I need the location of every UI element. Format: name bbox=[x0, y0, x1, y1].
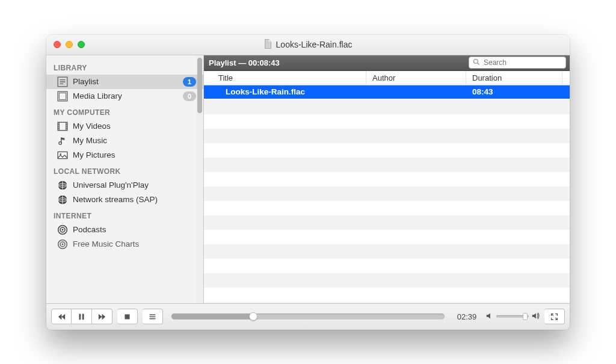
globe-icon bbox=[57, 180, 68, 190]
column-author[interactable]: Author bbox=[366, 71, 466, 85]
sidebar-item-label: Playlist bbox=[73, 77, 99, 86]
playback-buttons bbox=[51, 309, 112, 324]
player-bar: 02:39 bbox=[46, 303, 570, 330]
playlist-columns: Title Author Duration bbox=[204, 71, 570, 85]
elapsed-time: 02:39 bbox=[453, 312, 481, 321]
column-title[interactable]: Title bbox=[204, 71, 366, 85]
row-duration: 08:43 bbox=[466, 87, 570, 96]
sidebar-item-label: Universal Plug'n'Play bbox=[73, 180, 149, 190]
volume-slider[interactable] bbox=[496, 315, 529, 318]
search-input[interactable] bbox=[482, 58, 570, 67]
svg-point-16 bbox=[62, 243, 64, 245]
fullscreen-button[interactable] bbox=[544, 309, 565, 324]
volume-knob[interactable] bbox=[523, 313, 528, 320]
window-title: Looks-Like-Rain.flac bbox=[264, 39, 353, 51]
svg-rect-19 bbox=[82, 313, 84, 319]
minimize-window-button[interactable] bbox=[66, 41, 73, 48]
sidebar-section-local-network: LOCAL NETWORK bbox=[46, 162, 203, 178]
close-window-button[interactable] bbox=[54, 41, 61, 48]
playlist-toggle-button[interactable] bbox=[143, 309, 163, 324]
svg-point-17 bbox=[474, 59, 478, 63]
sidebar-section-internet: INTERNET bbox=[46, 207, 203, 223]
sidebar-item-label: My Music bbox=[73, 136, 107, 145]
svg-rect-2 bbox=[59, 93, 66, 99]
next-button[interactable] bbox=[92, 309, 112, 324]
volume-high-icon bbox=[531, 312, 540, 322]
music-note-icon bbox=[57, 136, 68, 146]
sidebar-item-my-pictures[interactable]: My Pictures bbox=[46, 148, 203, 162]
progress-slider[interactable] bbox=[171, 313, 445, 319]
zoom-window-button[interactable] bbox=[78, 41, 85, 48]
pause-button[interactable] bbox=[72, 309, 92, 324]
sidebar-item-free-music-charts[interactable]: Free Music Charts bbox=[46, 237, 203, 251]
progress-knob[interactable] bbox=[249, 312, 257, 321]
podcast-icon bbox=[57, 239, 68, 249]
sidebar-item-label: Network streams (SAP) bbox=[73, 195, 158, 204]
picture-icon bbox=[57, 150, 68, 160]
document-icon bbox=[264, 39, 273, 51]
sidebar-item-label: My Videos bbox=[73, 122, 111, 131]
sidebar: LIBRARY Playlist 1 Media Library 0 MY CO… bbox=[46, 55, 204, 303]
playlist-icon bbox=[57, 77, 68, 87]
playlist-rows[interactable]: Looks-Like-Rain.flac 08:43 bbox=[204, 85, 570, 303]
globe-icon bbox=[57, 195, 68, 205]
podcast-icon bbox=[57, 225, 68, 235]
window-title-text: Looks-Like-Rain.flac bbox=[276, 40, 353, 49]
sidebar-item-podcasts[interactable]: Podcasts bbox=[46, 223, 203, 237]
rows-background bbox=[204, 85, 570, 303]
titlebar: Looks-Like-Rain.flac bbox=[46, 35, 570, 55]
search-field[interactable] bbox=[469, 57, 566, 69]
badge-count: 0 bbox=[183, 91, 196, 101]
progress-fill bbox=[171, 313, 253, 319]
playlist-header: Playlist — 00:08:43 bbox=[204, 55, 570, 71]
sidebar-item-media-library[interactable]: Media Library 0 bbox=[46, 89, 203, 103]
column-duration[interactable]: Duration bbox=[466, 71, 562, 85]
app-window: Looks-Like-Rain.flac LIBRARY Playlist 1 … bbox=[46, 35, 570, 330]
svg-point-4 bbox=[59, 141, 62, 144]
sidebar-scrollbar-thumb[interactable] bbox=[197, 58, 202, 113]
sidebar-item-my-music[interactable]: My Music bbox=[46, 134, 203, 148]
film-icon bbox=[57, 122, 68, 131]
playlist-row[interactable]: Looks-Like-Rain.flac 08:43 bbox=[204, 85, 570, 99]
row-title: Looks-Like-Rain.flac bbox=[204, 87, 366, 96]
svg-rect-20 bbox=[125, 314, 129, 319]
sidebar-scrollbar[interactable] bbox=[196, 55, 203, 303]
svg-point-13 bbox=[62, 229, 64, 230]
volume-low-icon bbox=[485, 312, 494, 322]
sidebar-item-label: Podcasts bbox=[73, 225, 106, 234]
search-icon bbox=[473, 58, 480, 67]
media-library-icon bbox=[57, 91, 68, 101]
previous-button[interactable] bbox=[51, 309, 72, 324]
sidebar-item-label: Free Music Charts bbox=[73, 239, 139, 248]
column-spacer bbox=[562, 71, 570, 85]
sidebar-section-library: LIBRARY bbox=[46, 59, 203, 75]
sidebar-item-sap[interactable]: Network streams (SAP) bbox=[46, 193, 203, 207]
volume-control bbox=[485, 312, 540, 322]
playlist-header-title: Playlist — 00:08:43 bbox=[209, 58, 280, 67]
svg-rect-18 bbox=[79, 313, 81, 319]
sidebar-item-label: My Pictures bbox=[73, 150, 116, 159]
sidebar-item-playlist[interactable]: Playlist 1 bbox=[46, 75, 203, 89]
main-panel: Playlist — 00:08:43 Title Author Duratio… bbox=[204, 55, 570, 303]
sidebar-item-my-videos[interactable]: My Videos bbox=[46, 119, 203, 134]
sidebar-item-upnp[interactable]: Universal Plug'n'Play bbox=[46, 178, 203, 193]
badge-count: 1 bbox=[183, 77, 196, 87]
sidebar-section-my-computer: MY COMPUTER bbox=[46, 103, 203, 119]
sidebar-item-label: Media Library bbox=[73, 91, 122, 100]
traffic-lights bbox=[46, 41, 85, 48]
stop-button[interactable] bbox=[117, 309, 138, 324]
